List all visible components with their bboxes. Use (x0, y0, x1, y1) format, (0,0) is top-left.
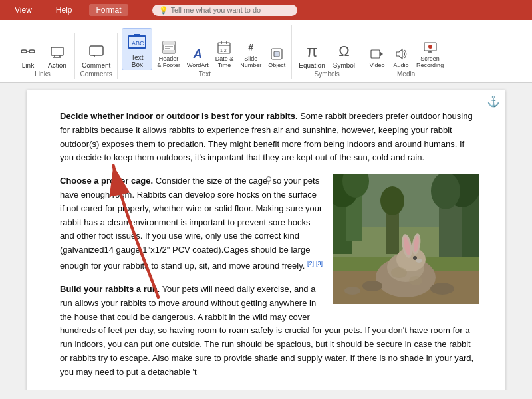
para-1-bold: Decide whether indoor or outdoor is best… (60, 111, 298, 121)
document-text: Decide whether indoor or outdoor is best… (60, 110, 479, 380)
video-icon (369, 46, 385, 62)
link-icon (17, 41, 39, 62)
ribbon-group-text: ABC TextBox (118, 25, 292, 79)
svg-rect-7 (90, 46, 103, 55)
svg-rect-16 (163, 41, 175, 45)
screen-recording-label: ScreenRecording (416, 55, 444, 68)
slide-number-icon: # (243, 39, 259, 55)
footnote-2[interactable]: [2] (307, 260, 314, 267)
wordart-icon: A (190, 46, 205, 62)
symbol-button[interactable]: Ω Symbol (331, 39, 358, 70)
help-tab[interactable]: Help (49, 4, 79, 16)
link-button[interactable]: Link (15, 39, 41, 70)
comment-button[interactable]: Comment (79, 39, 113, 70)
action-button[interactable]: Action (44, 39, 70, 70)
equation-label: Equation (299, 62, 325, 69)
textbox-button[interactable]: ABC TextBox (122, 28, 152, 70)
ribbon-group-links: Link Action Links (11, 33, 75, 79)
header-footer-label: Header& Footer (157, 55, 180, 68)
object-label: Object (268, 62, 285, 68)
document-page: ⚓ Decide whether indoor or outdoor is be… (27, 90, 505, 390)
para-2-text: Consider the size of the cage, so your p… (60, 176, 322, 271)
header-footer-button[interactable]: Header& Footer (155, 37, 182, 70)
ribbon-group-symbols: π Equation Ω Symbol Symbols (292, 33, 362, 79)
media-group-label: Media (397, 70, 415, 79)
screen-recording-button[interactable]: ScreenRecording (414, 37, 446, 70)
wordart-button[interactable]: A WordArt (185, 44, 211, 70)
tell-me-input[interactable] (171, 6, 291, 14)
symbols-items: π Equation Ω Symbol (296, 33, 358, 70)
svg-point-61 (344, 287, 360, 295)
text-group-label: Text (199, 70, 211, 79)
links-group-label: Links (35, 70, 50, 79)
para-2: Choose a proper cage. Consider the size … (60, 174, 479, 273)
format-tab[interactable]: Format (89, 4, 128, 16)
svg-rect-1 (29, 50, 35, 53)
datetime-label: Date &Time (215, 55, 234, 68)
ribbon-group-comments: Comment Comments (75, 33, 118, 79)
audio-icon (393, 46, 409, 62)
object-icon (269, 46, 285, 62)
audio-button[interactable]: Audio (390, 44, 412, 70)
video-label: Video (370, 62, 385, 68)
datetime-icon: 1 2 (216, 39, 232, 55)
links-items: Link Action (15, 33, 70, 70)
tell-me-bar[interactable]: 💡 (152, 5, 297, 16)
svg-point-45 (380, 186, 404, 215)
screen-recording-icon (422, 39, 438, 55)
svg-marker-28 (380, 51, 383, 57)
svg-rect-3 (51, 47, 63, 55)
symbol-label: Symbol (333, 62, 355, 69)
audio-label: Audio (394, 62, 409, 68)
ribbon-content: Link Action Links Comment (5, 23, 527, 82)
video-button[interactable]: Video (366, 44, 388, 70)
svg-point-56 (416, 259, 422, 263)
svg-rect-27 (371, 50, 380, 58)
svg-rect-26 (274, 51, 279, 57)
text-items: ABC TextBox (122, 25, 287, 70)
svg-rect-17 (163, 50, 175, 53)
comments-items: Comment (79, 33, 113, 70)
top-bar: View Help Format 💡 (0, 0, 532, 20)
comment-label: Comment (82, 62, 110, 69)
object-button[interactable]: Object (266, 44, 287, 70)
equation-icon: π (301, 41, 323, 62)
svg-point-59 (362, 281, 382, 291)
selection-handle-top[interactable] (266, 176, 271, 182)
action-label: Action (48, 62, 66, 69)
document-area: ⚓ Decide whether indoor or outdoor is be… (0, 83, 532, 390)
svg-marker-29 (396, 49, 402, 59)
para-2-bold: Choose a proper cage. (60, 176, 153, 186)
svg-marker-8 (92, 55, 95, 57)
slide-number-button[interactable]: # SlideNumber (238, 37, 263, 70)
footnote-3[interactable]: [3] (316, 260, 323, 267)
datetime-button[interactable]: 1 2 Date &Time (213, 37, 236, 70)
symbols-group-label: Symbols (315, 70, 340, 79)
svg-point-57 (391, 267, 407, 278)
ribbon: Link Action Links Comment (0, 20, 532, 83)
para-1: Decide whether indoor or outdoor is best… (60, 110, 479, 165)
media-items: Video Audio (366, 33, 446, 70)
ribbon-group-media: Video Audio (362, 33, 450, 79)
link-label: Link (22, 62, 34, 69)
svg-point-55 (413, 256, 417, 260)
svg-point-58 (409, 276, 422, 285)
rabbit-image (332, 174, 479, 304)
textbox-icon: ABC (125, 30, 149, 54)
comments-group-label: Comments (80, 70, 112, 79)
lightbulb-icon: 💡 (159, 6, 168, 15)
view-tab[interactable]: View (8, 4, 39, 16)
textbox-label: TextBox (131, 54, 143, 68)
rabbit-image-container (332, 174, 479, 304)
svg-point-31 (428, 45, 432, 49)
anchor-icon: ⚓ (487, 95, 500, 108)
equation-button[interactable]: π Equation (296, 39, 327, 70)
svg-point-60 (430, 283, 454, 295)
header-footer-icon (161, 39, 177, 55)
symbol-icon: Ω (333, 41, 354, 62)
para-3-bold: Build your rabbits a run. (60, 284, 160, 294)
svg-rect-0 (21, 50, 27, 53)
action-icon (47, 41, 68, 62)
wordart-label: WordArt (187, 62, 209, 68)
slide-number-label: SlideNumber (240, 55, 261, 68)
